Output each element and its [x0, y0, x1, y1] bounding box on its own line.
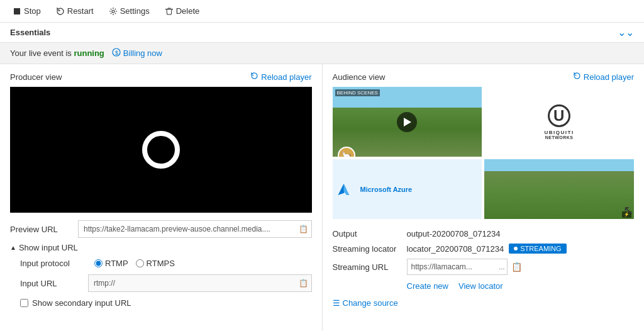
- stop-icon: [13, 7, 21, 16]
- svg-text:$: $: [115, 50, 118, 56]
- ubiquiti-logo: U UBIQUITI NETWORKS: [545, 104, 574, 140]
- billing-icon: $: [112, 48, 121, 59]
- settings-button[interactable]: Settings: [106, 5, 152, 17]
- thumb-green-play[interactable]: BEHIND SCENES 🦙: [333, 87, 482, 157]
- preview-url-wrapper: 📋: [78, 220, 312, 238]
- collapse-icon: ▲: [10, 244, 16, 251]
- azure-container: Microsoft Azure: [333, 159, 482, 219]
- restart-button[interactable]: Restart: [53, 5, 96, 17]
- create-new-link[interactable]: Create new: [407, 281, 448, 291]
- producer-view-title: Producer view: [10, 72, 62, 82]
- protocol-row: Input protocol RTMP RTMPS: [20, 259, 312, 268]
- svg-marker-6: [343, 184, 349, 195]
- restart-icon: [56, 7, 65, 16]
- essentials-title: Essentials: [10, 28, 50, 37]
- thumb-green2: ⚡: [484, 159, 634, 219]
- azure-logo: Microsoft Azure: [338, 182, 413, 197]
- input-url-wrapper: 📋: [88, 274, 312, 292]
- secondary-url-label: Show secondary input URL: [32, 298, 131, 308]
- output-value: output-20200708_071234: [407, 229, 635, 238]
- toolbar: Stop Restart Settings Delete: [0, 0, 644, 23]
- secondary-url-row: Show secondary input URL: [20, 298, 312, 308]
- billing-link[interactable]: $ Billing now: [112, 48, 162, 59]
- input-url-label: Input URL: [20, 279, 83, 288]
- show-input-url-toggle[interactable]: ▲ Show input URL: [10, 243, 312, 252]
- action-links: Create new View locator: [407, 281, 635, 291]
- play-overlay[interactable]: [397, 112, 417, 132]
- delete-button[interactable]: Delete: [162, 5, 203, 17]
- preview-url-copy-icon[interactable]: 📋: [299, 225, 308, 233]
- thumb-ubiquiti: U UBIQUITI NETWORKS: [484, 87, 634, 157]
- rtmps-radio[interactable]: [136, 259, 144, 267]
- play-triangle-icon: [404, 118, 411, 126]
- azure-icon: [338, 182, 355, 197]
- producer-panel-header: Producer view Reload player: [10, 72, 312, 82]
- audience-panel-header: Audience view Reload player: [333, 72, 635, 82]
- settings-icon: [109, 7, 118, 16]
- thumb-watermark: ⚡: [622, 211, 631, 218]
- secondary-url-checkbox[interactable]: [20, 299, 28, 307]
- protocol-label: Input protocol: [20, 259, 89, 268]
- reload-icon: [250, 72, 258, 82]
- thumb-azure: Microsoft Azure: [333, 159, 482, 219]
- svg-point-1: [112, 10, 114, 13]
- input-url-input[interactable]: [88, 274, 312, 292]
- streaming-url-row: ... 📋: [407, 259, 635, 275]
- preview-url-label: Preview URL: [10, 225, 73, 234]
- audience-reload-icon: [573, 72, 581, 82]
- essentials-toggle[interactable]: ⌄⌄: [618, 26, 634, 38]
- input-url-copy-icon[interactable]: 📋: [299, 279, 308, 288]
- change-source-button[interactable]: ☰ Change source: [333, 298, 635, 308]
- ubiquiti-u-icon: U: [548, 104, 570, 127]
- main-content: Producer view Reload player Preview URL …: [0, 64, 644, 331]
- video-player[interactable]: [10, 87, 312, 213]
- running-status: running: [74, 48, 104, 58]
- restart-label: Restart: [67, 6, 94, 16]
- right-panel: Audience view Reload player BEHIND SCENE…: [323, 64, 645, 331]
- audience-reload-link[interactable]: Reload player: [573, 72, 634, 82]
- loading-ring: [142, 131, 180, 169]
- avatar-overlay: 🦙: [338, 147, 355, 157]
- stop-label: Stop: [24, 6, 41, 16]
- output-label: Output: [333, 229, 402, 238]
- streaming-locator-value: locator_20200708_071234: [407, 244, 504, 254]
- settings-label: Settings: [120, 6, 150, 16]
- left-panel: Producer view Reload player Preview URL …: [0, 64, 323, 331]
- status-text: Your live event is running: [10, 48, 104, 58]
- ubiquiti-text: UBIQUITI: [545, 130, 574, 135]
- preview-url-input[interactable]: [78, 220, 312, 238]
- preview-url-row: Preview URL 📋: [10, 220, 312, 238]
- streaming-locator-label: Streaming locator: [333, 244, 402, 254]
- streaming-url-label: Streaming URL: [333, 262, 402, 272]
- essentials-bar: Essentials ⌄⌄: [0, 23, 644, 43]
- producer-reload-link[interactable]: Reload player: [250, 72, 311, 82]
- stop-button[interactable]: Stop: [10, 5, 43, 17]
- rtmp-radio[interactable]: [94, 259, 103, 267]
- delete-label: Delete: [176, 6, 200, 16]
- rtmps-option[interactable]: RTMPS: [136, 259, 175, 268]
- input-section: Input protocol RTMP RTMPS Input URL: [10, 259, 312, 308]
- change-source-icon: ☰: [333, 298, 340, 308]
- delete-icon: [165, 7, 174, 16]
- streaming-url-external-icon[interactable]: 📋: [511, 262, 522, 272]
- status-bar: Your live event is running $ Billing now: [0, 43, 644, 64]
- thumb-label: BEHIND SCENES: [335, 89, 380, 96]
- streaming-url-input[interactable]: [407, 259, 508, 275]
- streaming-dot-icon: [514, 247, 518, 250]
- input-url-row: Input URL 📋: [20, 274, 312, 292]
- rtmp-option[interactable]: RTMP: [94, 259, 128, 268]
- streaming-url-wrapper: ...: [407, 259, 508, 275]
- ubiquiti-networks-text: NETWORKS: [545, 135, 574, 140]
- protocol-radio-group: RTMP RTMPS: [94, 259, 175, 268]
- view-locator-link[interactable]: View locator: [458, 281, 503, 291]
- svg-rect-0: [14, 8, 20, 14]
- locator-row: locator_20200708_071234 STREAMING: [407, 244, 635, 254]
- streaming-url-copy-icon[interactable]: ...: [499, 263, 504, 271]
- audience-view-title: Audience view: [333, 72, 386, 82]
- streaming-badge: STREAMING: [509, 244, 566, 254]
- azure-text: Microsoft Azure: [360, 186, 413, 193]
- audience-grid: BEHIND SCENES 🦙 U UBIQUITI NETWORKS: [333, 87, 635, 219]
- output-info-grid: Output output-20200708_071234 Streaming …: [333, 229, 635, 291]
